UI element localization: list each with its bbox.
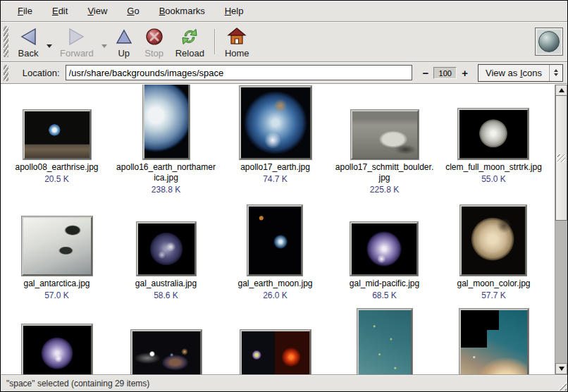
back-button[interactable]: Back — [12, 23, 44, 60]
scrollbar-thumb[interactable] — [555, 95, 567, 221]
file-thumbnail-earth-quarter[interactable] — [143, 85, 190, 159]
file-thumbnail-gray-moon[interactable] — [458, 109, 529, 159]
back-button-label: Back — [18, 48, 39, 59]
location-bar-drag-handle[interactable] — [4, 65, 8, 81]
dropdown-arrow-icon — [549, 65, 562, 81]
up-button[interactable]: Up — [109, 23, 139, 60]
file-thumbnail-purple-earth[interactable] — [350, 222, 418, 276]
menu-bookmarks[interactable]: Bookmarks — [149, 2, 215, 20]
menubar: FileEditViewGoBookmarksHelp — [1, 1, 567, 22]
file-size: 58.6 K — [154, 290, 178, 300]
file-manager-window: FileEditViewGoBookmarksHelp BackForwardU… — [0, 0, 568, 392]
stop-button: Stop — [139, 23, 170, 60]
menu-go[interactable]: Go — [117, 2, 149, 20]
file-thumbnail-orion-nebula[interactable] — [459, 309, 529, 374]
stop-button-label: Stop — [144, 48, 163, 59]
file-thumbnail-tan-moon[interactable] — [460, 205, 526, 276]
file-thumbnail-teal-nebula[interactable] — [357, 309, 412, 374]
toolbar-drag-handle[interactable] — [4, 26, 8, 57]
file-item — [22, 309, 92, 374]
file-item — [131, 309, 202, 374]
file-thumbnail-dark-earth[interactable] — [137, 222, 196, 276]
location-label: Location: — [23, 68, 60, 78]
file-thumbnail-purple-earth-partial[interactable] — [22, 324, 92, 374]
up-arrow-icon — [559, 88, 564, 92]
file-size: 20.5 K — [44, 174, 69, 184]
file-item — [357, 309, 412, 374]
toolbar-buttons: BackForwardUpStopReloadHome — [12, 23, 255, 60]
home-button-label: Home — [225, 48, 249, 59]
file-item: gal_australia.jpg58.6 K — [135, 205, 197, 300]
file-name: apollo16_earth_northamerica.jpg — [116, 162, 216, 183]
file-name: gal_earth_moon.jpg — [237, 278, 312, 289]
file-icon-slot — [240, 309, 311, 374]
file-size: 55.0 K — [481, 174, 506, 184]
view-mode-dropdown[interactable]: View as Icons — [478, 64, 563, 82]
toolbar-spacer — [255, 23, 535, 60]
icon-grid-row-3 — [1, 309, 555, 374]
menu-file[interactable]: File — [8, 2, 42, 20]
file-name: gal_antarctica.jpg — [23, 278, 89, 289]
file-name: gal_mid-pacific.jpg — [350, 278, 419, 289]
location-input[interactable] — [66, 65, 413, 80]
file-icon-slot — [137, 205, 196, 276]
zoom-out-button[interactable]: − — [419, 68, 431, 78]
menu-help[interactable]: Help — [215, 2, 254, 20]
menu-edit[interactable]: Edit — [42, 2, 78, 20]
scroll-down-button[interactable] — [555, 363, 567, 374]
file-icon-slot — [351, 85, 419, 159]
window-resize-grip[interactable] — [555, 379, 567, 391]
file-size: 57.0 K — [44, 290, 69, 300]
location-bar: Location: − 100 + View as Icons — [1, 62, 567, 84]
zoom-in-button[interactable]: + — [459, 68, 471, 78]
file-item: gal_mid-pacific.jpg68.5 K — [350, 205, 419, 300]
toolbar-separator — [214, 29, 215, 54]
file-icon-slot — [459, 309, 529, 374]
file-size: 74.7 K — [263, 174, 288, 184]
status-text: "space" selected (containing 29 items) — [6, 379, 149, 388]
down-arrow-icon — [559, 367, 564, 371]
file-icon-slot — [357, 309, 412, 374]
file-size: 57.7 K — [481, 290, 506, 300]
menu-view[interactable]: View — [78, 2, 117, 20]
scrollbar-grip-icon — [557, 154, 565, 162]
file-name: gal_moon_color.jpg — [457, 278, 530, 289]
icon-grid-row-1: apollo08_earthrise.jpg20.5 Kapollo16_ear… — [1, 85, 555, 195]
file-thumbnail-nebula-pair[interactable] — [240, 330, 311, 374]
forward-icon — [66, 26, 87, 47]
back-icon — [18, 26, 39, 47]
view-mode-label: View as Icons — [479, 65, 549, 81]
file-icon-slot — [131, 309, 202, 374]
throbber-frame — [535, 27, 563, 56]
file-name: gal_australia.jpg — [135, 278, 197, 289]
file-thumbnail-blue-marble[interactable] — [240, 86, 311, 159]
file-name: clem_full_moon_strtrk.jpg — [445, 162, 542, 173]
file-item: apollo08_earthrise.jpg20.5 K — [15, 85, 98, 195]
status-bar: "space" selected (containing 29 items) — [1, 374, 567, 391]
forward-button: Forward — [54, 23, 99, 60]
reload-icon — [180, 26, 199, 47]
file-thumbnail-galaxy[interactable] — [131, 330, 202, 374]
stop-icon — [144, 26, 164, 47]
scroll-up-button[interactable] — [555, 85, 567, 96]
file-item: gal_antarctica.jpg57.0 K — [22, 205, 92, 300]
file-item: apollo17_schmitt_boulder.jpg225.8 K — [335, 85, 435, 195]
file-thumbnail-earth-moon[interactable] — [247, 205, 302, 276]
file-thumbnail-earthrise[interactable] — [23, 110, 91, 159]
globe-throbber-icon — [538, 31, 560, 52]
file-icon-slot — [247, 205, 302, 276]
file-size: 68.5 K — [372, 290, 397, 300]
file-thumbnail-moon-surface[interactable] — [351, 110, 419, 159]
back-chevron-down-icon[interactable] — [44, 37, 54, 53]
home-button[interactable]: Home — [219, 23, 255, 60]
file-name: apollo17_earth.jpg — [240, 162, 310, 173]
home-icon — [226, 26, 247, 47]
reload-button[interactable]: Reload — [170, 23, 210, 60]
icon-grid-row-2: gal_antarctica.jpg57.0 Kgal_australia.jp… — [1, 205, 555, 300]
file-item: clem_full_moon_strtrk.jpg55.0 K — [445, 85, 542, 195]
file-icon-slot — [460, 205, 526, 276]
vertical-scrollbar[interactable] — [555, 85, 567, 374]
file-icon-slot — [458, 85, 529, 159]
file-thumbnail-ice[interactable] — [22, 216, 92, 276]
file-icon-slot — [22, 205, 92, 276]
